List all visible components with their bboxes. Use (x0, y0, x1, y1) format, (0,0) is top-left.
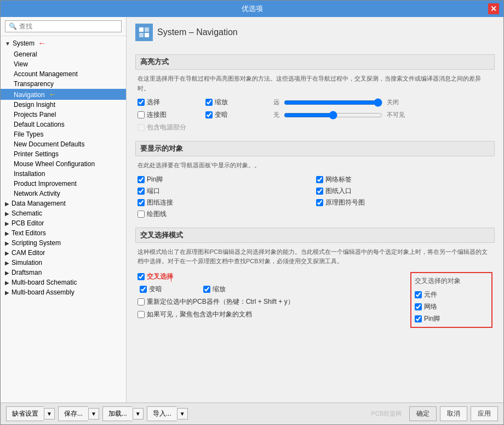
sidebar-label: Multi-board Assembly (12, 288, 75, 296)
cross-dim-checkbox[interactable] (140, 286, 147, 293)
expand-icon: ▶ (5, 250, 9, 256)
focus-checkbox[interactable] (138, 311, 145, 318)
zoom-label: 缩放 (215, 98, 228, 107)
cross-sub-options: 变暗 缩放 (138, 285, 402, 294)
sidebar-item-text-editors[interactable]: ▶ Text Editors (1, 228, 126, 238)
zoom-checkbox-item: 缩放 (205, 98, 260, 107)
search-container: 🔍 (5, 20, 122, 32)
cross-component-checkbox[interactable] (415, 291, 422, 298)
svg-rect-1 (145, 27, 149, 32)
sidebar-item-projects-panel[interactable]: Projects Panel (1, 110, 126, 120)
tree: ▼ System ← General View Account Manageme… (1, 36, 126, 403)
sidebar-item-account[interactable]: Account Management (1, 69, 126, 79)
reposition-label: 重新定位选中的PCB器件（热键：Ctrl + Shift + y） (147, 297, 294, 307)
cross-objects-box: 交叉选择的对象 元件 网络 Pin脚 (410, 272, 492, 328)
draw-line-label: 绘图线 (147, 209, 167, 219)
sidebar-item-data-management[interactable]: ▶ Data Management (1, 199, 126, 208)
red-arrow-system: ← (38, 38, 47, 48)
power-checkbox[interactable] (138, 124, 145, 131)
import-button[interactable]: 导入... (147, 406, 177, 421)
sidebar-item-cam-editor[interactable]: ▶ CAM Editor (1, 248, 126, 258)
sidebar-item-mouse-wheel[interactable]: Mouse Wheel Configuration (1, 159, 126, 169)
connect-checkbox[interactable] (138, 111, 145, 118)
sidebar-item-pcb-editor[interactable]: ▶ PCB Editor (1, 218, 126, 228)
import-dropdown: 导入... ▼ (147, 406, 188, 421)
sidebar-item-system[interactable]: ▼ System ← (1, 37, 126, 49)
pin-label: Pin脚 (147, 175, 163, 184)
select-checkbox[interactable] (138, 99, 145, 106)
load-button[interactable]: 加载... (102, 406, 133, 421)
sheet-entry-label: 图纸入口 (325, 186, 352, 196)
cross-zoom-checkbox[interactable] (203, 286, 210, 293)
highlight-slider2[interactable] (284, 111, 382, 120)
save-dropdown: 保存... ▼ (58, 406, 99, 421)
watermark: PCB联盟网 (371, 410, 402, 418)
sidebar-item-design-insight[interactable]: Design Insight (1, 100, 126, 110)
window-title: 优选项 (16, 4, 488, 14)
sidebar-label: Data Management (12, 200, 66, 207)
content-title: System – Navigation (157, 27, 238, 37)
sidebar-item-file-types[interactable]: File Types (1, 129, 126, 139)
apply-button[interactable]: 应用 (471, 406, 498, 421)
defaults-button[interactable]: 缺省设置 (6, 406, 44, 421)
item-label: Transparency (14, 80, 54, 88)
sidebar-item-multiboard-schematic[interactable]: ▶ Multi-board Schematic (1, 277, 126, 287)
cross-select-checkbox[interactable] (138, 273, 145, 280)
draw-line-checkbox-item: 绘图线 (138, 209, 314, 219)
reposition-checkbox[interactable] (138, 298, 145, 305)
focus-label: 如果可见，聚焦包含选中对象的文档 (147, 310, 252, 319)
zoom-checkbox[interactable] (205, 99, 213, 106)
sidebar-item-view[interactable]: View (1, 59, 126, 69)
cross-select-header: 交叉选择模式 (135, 228, 495, 243)
expand-icon: ▶ (5, 280, 9, 286)
dim-checkbox[interactable] (205, 111, 213, 118)
sidebar-item-network-activity[interactable]: Network Activity (1, 189, 126, 199)
pin-checkbox[interactable] (138, 176, 145, 183)
schematic-symbol-checkbox-item: 原理图符号图 (316, 198, 492, 207)
net-label-checkbox[interactable] (316, 176, 323, 183)
item-label: New Document Defaults (14, 140, 84, 148)
sheet-connect-checkbox[interactable] (138, 199, 145, 206)
sidebar-item-printer-settings[interactable]: Printer Settings (1, 149, 126, 159)
cross-net-checkbox-item: 网络 (415, 302, 488, 311)
sidebar-item-product-improvement[interactable]: Product Improvement (1, 179, 126, 189)
sidebar-item-schematic[interactable]: ▶ Schematic (1, 208, 126, 218)
sidebar-item-default-locations[interactable]: Default Locations (1, 120, 126, 129)
sheet-entry-checkbox[interactable] (316, 188, 323, 195)
port-checkbox[interactable] (138, 188, 145, 195)
sidebar-item-new-doc-defaults[interactable]: New Document Defaults (1, 139, 126, 149)
cross-pin-checkbox[interactable] (415, 315, 422, 322)
item-label: General (14, 50, 37, 58)
defaults-arrow-button[interactable]: ▼ (44, 408, 55, 420)
sidebar-item-transparency[interactable]: Transparency (1, 79, 126, 89)
sheet-entry-checkbox-item: 图纸入口 (316, 186, 492, 196)
sidebar-item-navigation[interactable]: Navigation ← (1, 89, 126, 100)
sidebar-item-simulation[interactable]: ▶ Simulation (1, 258, 126, 268)
sidebar-item-scripting-system[interactable]: ▶ Scripting System (1, 238, 126, 248)
main-content: 🔍 ▼ System ← General View Account Manage… (1, 17, 503, 403)
schematic-symbol-checkbox[interactable] (316, 199, 323, 206)
search-icon: 🔍 (9, 22, 17, 30)
sidebar-item-multiboard-assembly[interactable]: ▶ Multi-board Assembly (1, 287, 126, 297)
save-arrow-button[interactable]: ▼ (88, 408, 99, 420)
svg-rect-3 (145, 33, 149, 37)
load-arrow-button[interactable]: ▼ (133, 408, 144, 420)
ok-button[interactable]: 确定 (409, 406, 437, 421)
sidebar-item-general[interactable]: General (1, 49, 126, 59)
sidebar-item-installation[interactable]: Installation (1, 169, 126, 179)
svg-rect-0 (139, 27, 144, 32)
highlight-slider1[interactable] (284, 98, 382, 107)
import-arrow-button[interactable]: ▼ (177, 408, 188, 420)
cross-net-checkbox[interactable] (415, 303, 422, 310)
expand-icon: ▶ (5, 290, 9, 296)
cross-left-options: 交叉选择 变暗 缩放 (138, 272, 402, 328)
save-button[interactable]: 保存... (58, 406, 88, 421)
close-button[interactable]: ✕ (488, 3, 499, 14)
sidebar-item-draftsman[interactable]: ▶ Draftsman (1, 268, 126, 277)
draw-line-checkbox[interactable] (138, 211, 145, 218)
item-label: Mouse Wheel Configuration (14, 160, 95, 168)
cross-dim-checkbox-item: 变暗 (140, 285, 194, 294)
search-input[interactable] (19, 22, 118, 30)
expand-icon: ▶ (5, 230, 9, 236)
cancel-button[interactable]: 取消 (440, 406, 467, 421)
